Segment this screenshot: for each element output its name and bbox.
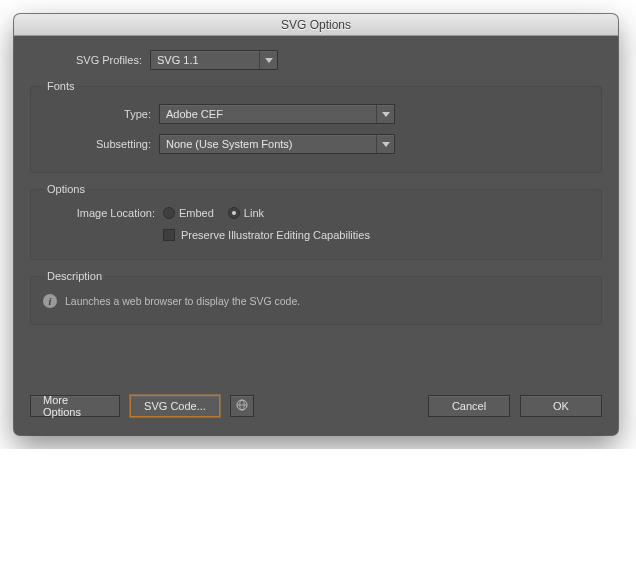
preserve-checkbox[interactable] bbox=[163, 229, 175, 241]
window-title: SVG Options bbox=[281, 18, 351, 32]
cancel-button[interactable]: Cancel bbox=[428, 395, 510, 417]
more-options-button[interactable]: More Options bbox=[30, 395, 120, 417]
preserve-label: Preserve Illustrator Editing Capabilitie… bbox=[181, 229, 370, 241]
description-group: Description Launches a web browser to di… bbox=[30, 270, 602, 325]
preview-in-browser-button[interactable] bbox=[230, 395, 254, 417]
footer: More Options SVG Code... Cancel OK bbox=[30, 395, 602, 417]
dialog-body: SVG Profiles: SVG 1.1 Fonts Type: Adobe … bbox=[14, 36, 618, 435]
image-location-label: Image Location: bbox=[43, 207, 163, 219]
preserve-row: Preserve Illustrator Editing Capabilitie… bbox=[43, 229, 589, 241]
fonts-group: Fonts Type: Adobe CEF Subsetting: None (… bbox=[30, 80, 602, 173]
font-subsetting-dropdown[interactable]: None (Use System Fonts) bbox=[159, 134, 395, 154]
svg-options-dialog: SVG Options SVG Profiles: SVG 1.1 Fonts … bbox=[14, 14, 618, 435]
profiles-value: SVG 1.1 bbox=[151, 54, 259, 66]
globe-icon bbox=[236, 399, 248, 413]
description-row: Launches a web browser to display the SV… bbox=[43, 294, 589, 308]
font-type-label: Type: bbox=[43, 108, 159, 120]
titlebar: SVG Options bbox=[14, 14, 618, 36]
font-type-value: Adobe CEF bbox=[160, 108, 376, 120]
chevron-down-icon bbox=[376, 105, 394, 123]
fonts-legend: Fonts bbox=[43, 80, 79, 92]
profiles-label: SVG Profiles: bbox=[30, 54, 150, 66]
svg-code-button[interactable]: SVG Code... bbox=[130, 395, 220, 417]
profiles-dropdown[interactable]: SVG 1.1 bbox=[150, 50, 278, 70]
radio-embed[interactable] bbox=[163, 207, 175, 219]
font-subsetting-value: None (Use System Fonts) bbox=[160, 138, 376, 150]
options-legend: Options bbox=[43, 183, 89, 195]
chevron-down-icon bbox=[259, 51, 277, 69]
font-subsetting-row: Subsetting: None (Use System Fonts) bbox=[43, 134, 589, 154]
image-location-row: Image Location: Embed Link bbox=[43, 207, 589, 219]
description-text: Launches a web browser to display the SV… bbox=[65, 295, 300, 307]
radio-link[interactable] bbox=[228, 207, 240, 219]
profiles-row: SVG Profiles: SVG 1.1 bbox=[30, 50, 602, 70]
font-type-row: Type: Adobe CEF bbox=[43, 104, 589, 124]
radio-embed-label: Embed bbox=[179, 207, 214, 219]
font-subsetting-label: Subsetting: bbox=[43, 138, 159, 150]
options-group: Options Image Location: Embed Link Prese… bbox=[30, 183, 602, 260]
ok-button[interactable]: OK bbox=[520, 395, 602, 417]
description-legend: Description bbox=[43, 270, 106, 282]
radio-link-label: Link bbox=[244, 207, 264, 219]
font-type-dropdown[interactable]: Adobe CEF bbox=[159, 104, 395, 124]
image-location-radios: Embed Link bbox=[163, 207, 278, 219]
info-icon bbox=[43, 294, 57, 308]
chevron-down-icon bbox=[376, 135, 394, 153]
